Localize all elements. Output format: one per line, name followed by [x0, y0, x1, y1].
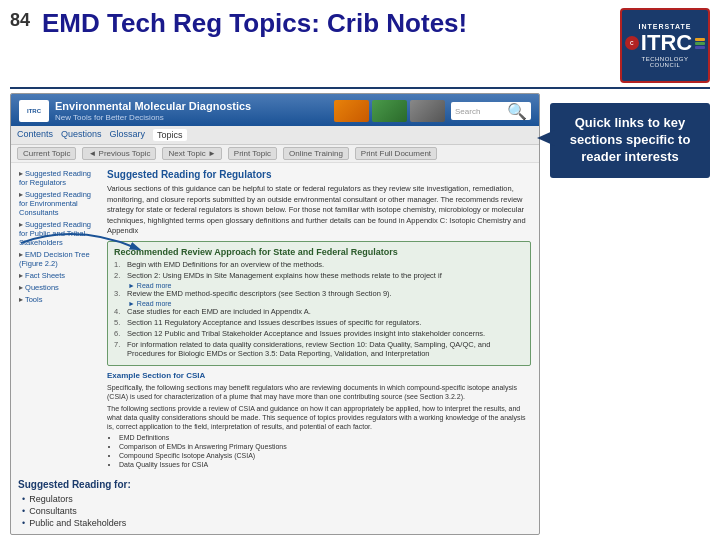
page-header: 84 EMD Tech Reg Topics: Crib Notes! INTE…	[0, 0, 720, 87]
svg-marker-1	[537, 130, 555, 146]
nav-spacer	[195, 129, 533, 141]
thumb-2	[372, 100, 407, 122]
header-images	[334, 100, 445, 122]
rec-item-7: 7. For information related to data quali…	[114, 340, 524, 358]
bullet-stakeholders-text: Public and Stakeholders	[29, 518, 126, 528]
nav-topics[interactable]: Topics	[153, 129, 187, 141]
callout-arrow	[535, 128, 555, 152]
current-topic-btn[interactable]: Current Topic	[17, 147, 76, 160]
rec-item-4: 4. Case studies for each EMD are include…	[114, 307, 524, 316]
callout-box: Quick links to key sections specific to …	[550, 103, 710, 178]
rec-box: Recommended Review Approach for State an…	[107, 241, 531, 366]
suggested-heading: Suggested Reading for:	[18, 479, 168, 490]
page-title: EMD Tech Reg Topics: Crib Notes!	[42, 8, 610, 39]
logo-sub-text: TECHNOLOGY COUNCIL	[641, 56, 688, 68]
bullet-regulators-text: Regulators	[29, 494, 73, 504]
content-sidebar: Suggested Reading for Regulators Suggest…	[19, 169, 99, 307]
read-more-2[interactable]: ► Read more	[128, 300, 524, 307]
sidebar-decision-tree[interactable]: EMD Decision Tree (Figure 2.2)	[19, 250, 99, 268]
site-logo: ITRC	[19, 100, 49, 122]
rec-item-3: 3. Review the EMD method-specific descri…	[114, 289, 524, 298]
bullet-stakeholders: • Public and Stakeholders	[18, 518, 168, 528]
nav-questions[interactable]: Questions	[61, 129, 102, 141]
content-intro: Various sections of this guidance can be…	[107, 184, 531, 237]
callout-arrow-svg	[535, 128, 555, 148]
sidebar-public[interactable]: Suggested Reading for Public and Tribal …	[19, 220, 99, 247]
read-more-1[interactable]: ► Read more	[128, 282, 524, 289]
csia-para2: The following sections provide a review …	[107, 404, 531, 431]
bullet-emd-def: EMD Definitions	[119, 434, 531, 441]
bullet-regulators: • Regulators	[18, 494, 168, 504]
rec-item-6: 6. Section 12 Public and Tribal Stakehol…	[114, 329, 524, 338]
main-content: ITRC Environmental Molecular Diagnostics…	[0, 89, 720, 539]
thumb-1	[334, 100, 369, 122]
page-number: 84	[10, 10, 30, 31]
callout-text: Quick links to key sections specific to …	[570, 115, 691, 164]
browser-nav: Contents Questions Glossary Topics	[11, 126, 539, 145]
logo-main-text: ITRC	[641, 32, 692, 54]
rec-item-5: 5. Section 11 Regulatory Acceptance and …	[114, 318, 524, 327]
bullet-comparison: Comparison of EMDs in Answering Primary …	[119, 443, 531, 450]
suggested-reading-bottom: Suggested Reading for: • Regulators • Co…	[18, 479, 168, 530]
right-panel: Quick links to key sections specific to …	[550, 93, 710, 535]
rec-box-title: Recommended Review Approach for State an…	[114, 247, 524, 257]
rec-item-1: 1. Begin with EMD Definitions for an ove…	[114, 260, 524, 269]
csia-heading: Example Section for CSIA	[107, 371, 531, 380]
browser-topbar: ITRC Environmental Molecular Diagnostics…	[11, 94, 539, 126]
sidebar-tools[interactable]: Tools	[19, 295, 99, 304]
print-topic-btn[interactable]: Print Topic	[228, 147, 277, 160]
bullet-consultants-text: Consultants	[29, 506, 77, 516]
browser-content: Suggested Reading for Regulators Suggest…	[11, 163, 539, 483]
nav-contents[interactable]: Contents	[17, 129, 53, 141]
prev-topic-btn[interactable]: ◄ Previous Topic	[82, 147, 156, 160]
callout-container: Quick links to key sections specific to …	[550, 103, 710, 178]
next-topic-btn[interactable]: Next Topic ►	[162, 147, 221, 160]
content-heading: Suggested Reading for Regulators	[107, 169, 531, 180]
search-box[interactable]: Search 🔍	[451, 102, 531, 120]
content-main: Suggested Reading for Regulators Various…	[107, 169, 531, 468]
itrc-logo: INTERSTATE C ITRC TECHNOLOGY COUNCIL	[620, 8, 710, 83]
sidebar-questions[interactable]: Questions	[19, 283, 99, 292]
rec-item-2: 2. Section 2: Using EMDs in Site Managem…	[114, 271, 524, 280]
print-full-btn[interactable]: Print Full Document	[355, 147, 437, 160]
bullet-data-quality: Data Quality Issues for CSIA	[119, 461, 531, 468]
site-tagline: New Tools for Better Decisions	[55, 113, 328, 122]
csia-para1: Specifically, the following sections may…	[107, 383, 531, 401]
search-icon[interactable]: 🔍	[507, 102, 527, 121]
browser-toolbar: Current Topic ◄ Previous Topic Next Topi…	[11, 145, 539, 163]
site-title-block: Environmental Molecular Diagnostics New …	[55, 100, 328, 122]
sidebar-regulators[interactable]: Suggested Reading for Regulators	[19, 169, 99, 187]
bullet-consultants: • Consultants	[18, 506, 168, 516]
thumb-3	[410, 100, 445, 122]
online-training-btn[interactable]: Online Training	[283, 147, 349, 160]
nav-glossary[interactable]: Glossary	[110, 129, 146, 141]
sidebar-consultants[interactable]: Suggested Reading for Environmental Cons…	[19, 190, 99, 217]
browser-screenshot: ITRC Environmental Molecular Diagnostics…	[10, 93, 540, 535]
search-placeholder: Search	[455, 107, 507, 116]
logo-top-text: INTERSTATE	[639, 23, 692, 30]
bullet-csia: Compound Specific Isotope Analysis (CSIA…	[119, 452, 531, 459]
csia-bullets: EMD Definitions Comparison of EMDs in An…	[107, 434, 531, 468]
sidebar-fact-sheets[interactable]: Fact Sheets	[19, 271, 99, 280]
site-name: Environmental Molecular Diagnostics	[55, 100, 328, 113]
